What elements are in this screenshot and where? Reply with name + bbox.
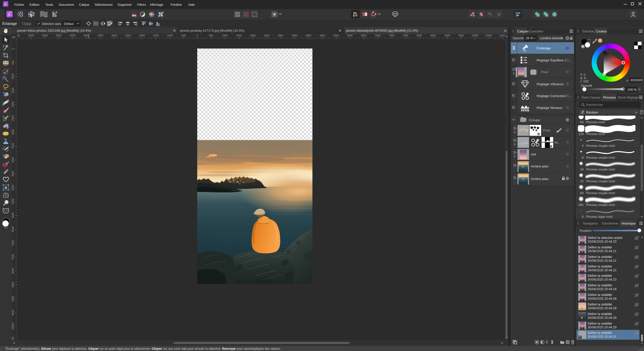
svg-text:A: A bbox=[5, 185, 7, 190]
